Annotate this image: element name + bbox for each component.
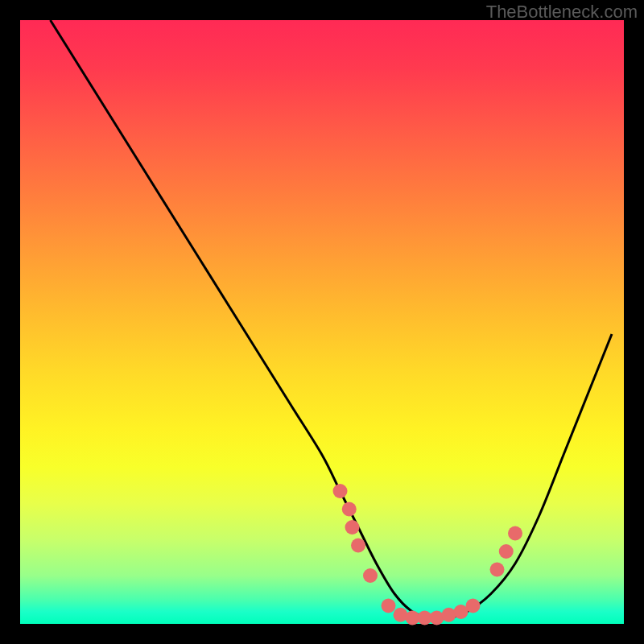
- data-marker: [363, 568, 378, 583]
- data-marker: [394, 608, 408, 622]
- data-marker: [508, 526, 522, 541]
- data-marker: [333, 484, 348, 498]
- data-marker: [430, 611, 444, 625]
- data-marker: [342, 502, 357, 517]
- data-marker: [382, 599, 396, 613]
- data-marker: [345, 520, 360, 535]
- bottleneck-curve-svg: [20, 20, 624, 624]
- data-marker: [442, 608, 456, 622]
- data-markers: [333, 484, 523, 625]
- data-marker: [351, 539, 365, 553]
- plot-area: [20, 20, 624, 624]
- data-marker: [490, 563, 505, 577]
- chart-frame: TheBottleneck.com: [0, 0, 644, 644]
- bottleneck-curve: [51, 20, 613, 618]
- data-marker: [499, 544, 514, 559]
- data-marker: [466, 599, 481, 613]
